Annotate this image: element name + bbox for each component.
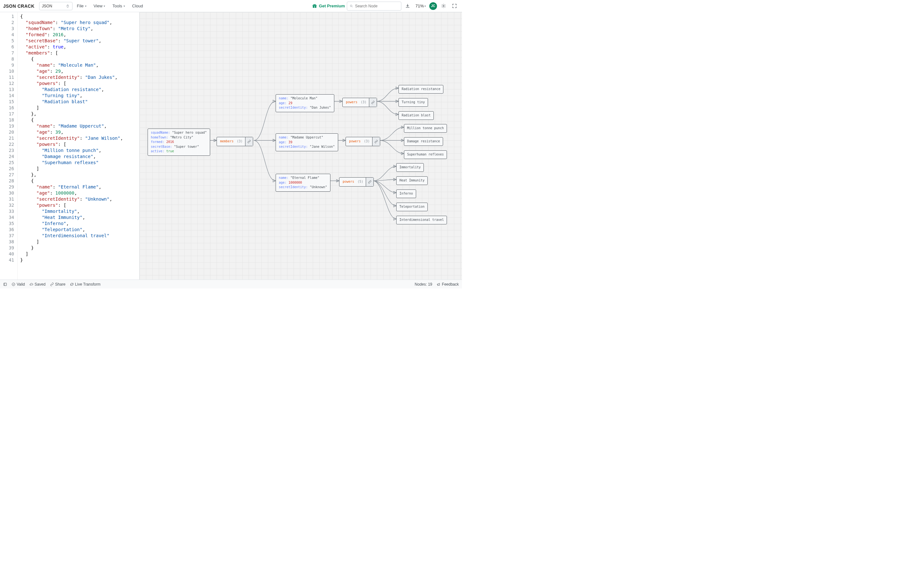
graph-node-member-2[interactable]: name: "Eternal Flame" age: 1000000 secre…	[276, 174, 330, 192]
graph-leaf[interactable]: Heat Immunity	[396, 176, 428, 185]
graph-leaf[interactable]: Damage resistance	[404, 137, 443, 146]
link-icon[interactable]	[369, 98, 376, 107]
chevron-updown-icon	[66, 4, 69, 8]
node-count: Nodes: 19	[415, 282, 433, 287]
toolbar: JSON CRACK JSON File▾ View▾ Tools▾ Cloud…	[0, 0, 462, 12]
fullscreen-button[interactable]	[450, 2, 459, 11]
get-premium-button[interactable]: Get Premium	[312, 3, 345, 8]
graph-leaf[interactable]: Radiation blast	[399, 111, 434, 120]
zoom-control[interactable]: 71%▾	[414, 3, 427, 8]
search-input[interactable]	[355, 4, 399, 8]
graph-leaf[interactable]: Radiation resistance	[399, 85, 443, 93]
search-icon	[350, 4, 353, 8]
link-icon	[50, 282, 54, 286]
code-editor[interactable]: { "squadName": "Super hero squad", "home…	[18, 12, 139, 279]
chevron-down-icon: ▾	[85, 5, 87, 8]
gear-icon	[441, 3, 446, 8]
chevron-down-icon: ▾	[103, 5, 105, 8]
graph-node-members[interactable]: members (3)	[216, 137, 253, 146]
graph-leaf[interactable]: Inferno	[396, 189, 416, 198]
feedback-button[interactable]: Feedback	[437, 282, 459, 287]
share-button[interactable]: Share	[50, 282, 65, 287]
link-icon[interactable]	[372, 137, 380, 146]
download-icon	[405, 3, 410, 8]
refresh-icon	[70, 282, 74, 286]
menu-cloud[interactable]: Cloud	[129, 2, 145, 10]
line-gutter: 1234567891011121314151617181920212223242…	[0, 12, 18, 279]
main: 1234567891011121314151617181920212223242…	[0, 12, 462, 279]
download-button[interactable]	[403, 2, 412, 11]
format-select[interactable]: JSON	[39, 2, 73, 10]
graph-leaf[interactable]: Superhuman reflexes	[404, 150, 447, 159]
toggle-panel-button[interactable]	[3, 282, 7, 286]
app-logo: JSON CRACK	[3, 3, 35, 9]
graph-leaf[interactable]: Interdimensional travel	[396, 216, 447, 224]
graph-node-member-1[interactable]: name: "Madame Uppercut" age: 39 secretId…	[276, 133, 338, 151]
graph-leaf[interactable]: Immortality	[396, 163, 424, 172]
graph-node-root[interactable]: squadName: "Super hero squad" homeTown: …	[148, 129, 210, 156]
graph-leaf[interactable]: Million tonne punch	[404, 124, 447, 133]
status-saved: Saved	[29, 282, 45, 287]
graph-node-powers-1[interactable]: powers (3)	[346, 137, 380, 146]
link-icon[interactable]	[366, 177, 373, 186]
gift-icon	[312, 3, 317, 8]
search-box[interactable]	[347, 2, 401, 11]
editor-pane: 1234567891011121314151617181920212223242…	[0, 12, 140, 279]
graph-leaf[interactable]: Teleportation	[396, 203, 428, 211]
check-circle-icon	[11, 282, 15, 286]
graph-node-member-0[interactable]: name: "Molecule Man" age: 29 secretIdent…	[276, 94, 334, 112]
fullscreen-icon	[452, 3, 457, 8]
megaphone-icon	[437, 282, 441, 286]
graph-canvas[interactable]: squadName: "Super hero squad" homeTown: …	[140, 12, 462, 279]
chevron-down-icon: ▾	[124, 5, 125, 8]
panel-icon	[3, 282, 7, 286]
format-select-value: JSON	[42, 4, 52, 8]
user-avatar[interactable]: JC	[429, 2, 437, 10]
graph-leaf[interactable]: Turning tiny	[399, 98, 428, 107]
svg-point-0	[351, 5, 352, 6]
cloud-icon	[29, 282, 33, 286]
status-valid: Valid	[11, 282, 25, 287]
link-icon[interactable]	[245, 137, 253, 146]
settings-button[interactable]	[439, 2, 448, 11]
menu-file[interactable]: File▾	[74, 2, 89, 10]
svg-point-1	[443, 5, 444, 7]
graph-node-powers-0[interactable]: powers (3)	[342, 98, 377, 107]
menu-view[interactable]: View▾	[91, 2, 108, 10]
status-bar: Valid Saved Share Live Transform Nodes: …	[0, 279, 462, 288]
live-transform-button[interactable]: Live Transform	[70, 282, 100, 287]
svg-point-3	[12, 283, 15, 285]
menu-tools[interactable]: Tools▾	[110, 2, 128, 10]
svg-rect-2	[4, 283, 7, 285]
graph-node-powers-2[interactable]: powers (5)	[339, 177, 374, 187]
chevron-down-icon: ▾	[425, 5, 426, 8]
